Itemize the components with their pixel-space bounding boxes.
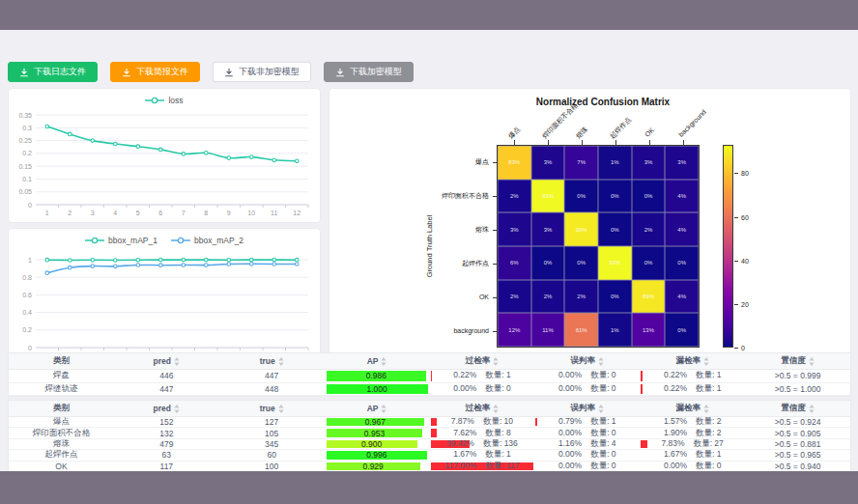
rate-count: 数量: 0 — [590, 428, 615, 438]
rate-text: 0.22%数量: 1 — [453, 370, 511, 381]
heatmap-cell: 93% — [598, 246, 632, 280]
sort-icon[interactable] — [809, 405, 815, 413]
colorbar-tick-label: 0 — [741, 345, 745, 351]
top-frame-band — [0, 0, 858, 30]
legend-item-bbox_mAP_2[interactable]: bbox_mAP_2 — [171, 236, 243, 245]
sort-icon[interactable] — [174, 405, 180, 413]
column-header-label: 类别 — [53, 403, 70, 414]
cell-class: 焊盘 — [9, 370, 114, 383]
sort-icon[interactable] — [278, 405, 284, 413]
sort-icon[interactable] — [278, 357, 284, 366]
column-header-AP[interactable]: AP — [325, 353, 430, 370]
column-header-label: true — [260, 356, 275, 366]
heatmap-grid: 83%3%7%1%3%3%2%93%0%0%0%4%3%3%90%0%2%4%6… — [497, 145, 700, 348]
colorbar-tick-label: 40 — [741, 258, 749, 265]
heatmap-cell: 1% — [598, 313, 632, 347]
heatmap-cell: 0% — [632, 180, 666, 213]
cell-pred: 132 — [114, 428, 219, 438]
cell-miss-rate: 7.83%数量: 27 — [640, 439, 745, 450]
sort-icon[interactable] — [598, 405, 604, 413]
sort-icon[interactable] — [174, 357, 180, 366]
page-content: 下载日志文件下载简报文件下载非加密模型下载加密模型 loss00.050.10.… — [0, 30, 858, 471]
column-header-误判率[interactable]: 误判率 — [534, 401, 640, 417]
rate-value: 0.00% — [453, 383, 476, 395]
rate-bar — [641, 440, 647, 448]
sort-icon[interactable] — [703, 405, 709, 413]
heatmap-cell: 0% — [598, 212, 632, 246]
sort-icon[interactable] — [703, 357, 709, 366]
cm-tick-mark — [615, 140, 616, 145]
sort-icon[interactable] — [493, 405, 499, 413]
column-header-AP[interactable]: AP — [325, 401, 430, 417]
cell-misjudge-rate: 0.79%数量: 1 — [534, 417, 640, 428]
download-button-success[interactable]: 下载日志文件 — [8, 62, 98, 82]
column-header-置信度[interactable]: 置信度 — [745, 401, 850, 417]
cell-over-rate: 0.00%数量: 0 — [430, 383, 535, 397]
rate-count: 数量: 1 — [696, 383, 721, 395]
heatmap-cell: 83% — [498, 146, 531, 180]
bottom-frame-band — [0, 471, 858, 504]
sort-icon[interactable] — [381, 357, 386, 366]
column-header-漏检率[interactable]: 漏检率 — [640, 353, 745, 370]
rate-bar — [641, 371, 643, 381]
column-header-label: 类别 — [53, 355, 70, 367]
cell-confidence: >0.5 = 1.000 — [745, 383, 850, 397]
cell-pred: 63 — [114, 450, 219, 461]
sort-icon[interactable] — [809, 357, 815, 366]
heatmap-cell: 90% — [564, 212, 598, 246]
column-header-误判率[interactable]: 误判率 — [534, 353, 640, 370]
column-header-label: AP — [367, 356, 379, 366]
heatmap-cell: 7% — [564, 146, 598, 180]
column-header-label: 漏检率 — [675, 355, 701, 367]
cm-row-label: 起焊作点 — [402, 246, 489, 280]
rate-count: 数量: 2 — [696, 428, 721, 438]
cm-tick-mark — [683, 140, 684, 145]
cm-tick-mark — [493, 196, 497, 197]
sort-icon[interactable] — [493, 357, 499, 366]
column-header-过检率[interactable]: 过检率 — [430, 353, 535, 370]
cm-col-label: OK — [644, 126, 655, 138]
heatmap-cell: 1% — [598, 146, 632, 180]
column-header-true[interactable]: true — [219, 353, 325, 370]
download-icon — [224, 68, 234, 77]
colorbar — [723, 145, 733, 348]
table-row: 爆点1521270.9677.87%数量: 100.79%数量: 11.57%数… — [9, 417, 850, 428]
cell-confidence: >0.5 = 0.999 — [745, 370, 850, 383]
heatmap-cell: 0% — [632, 246, 666, 280]
cell-confidence: >0.5 = 0.924 — [745, 417, 850, 428]
svg-text:0.05: 0.05 — [18, 188, 32, 195]
heatmap-cell: 0% — [564, 180, 598, 213]
sort-icon[interactable] — [381, 405, 386, 413]
svg-text:4: 4 — [113, 210, 117, 216]
column-header-过检率[interactable]: 过检率 — [430, 401, 535, 417]
column-header-漏检率[interactable]: 漏检率 — [640, 401, 745, 417]
cell-miss-rate: 1.57%数量: 2 — [640, 417, 745, 428]
column-header-true[interactable]: true — [219, 401, 325, 417]
download-button-default[interactable]: 下载非加密模型 — [213, 62, 311, 82]
legend-label: loss — [168, 96, 183, 105]
cm-row-label: 焊印面积不合格 — [402, 179, 489, 212]
ap-bar: 0.996 — [327, 451, 427, 459]
cell-class: 焊缝轨迹 — [9, 383, 114, 397]
heatmap-cell: 2% — [564, 280, 598, 314]
legend-item-bbox_mAP_1[interactable]: bbox_mAP_1 — [85, 236, 157, 245]
bbox_map-legend: bbox_mAP_1bbox_mAP_2 — [9, 229, 320, 252]
colorbar-tick-label: 60 — [741, 214, 749, 221]
rate-value: 1.67% — [664, 450, 687, 461]
download-button-label: 下载简报文件 — [136, 66, 188, 78]
legend-item-loss[interactable]: loss — [145, 96, 183, 105]
column-header-pred[interactable]: pred — [114, 353, 219, 370]
cell-over-rate: 1.67%数量: 1 — [430, 450, 535, 461]
sort-icon[interactable] — [598, 357, 604, 366]
column-header-pred[interactable]: pred — [114, 401, 219, 417]
heatmap-cell: 3% — [665, 146, 699, 180]
cell-true: 447 — [219, 370, 325, 383]
cm-col-label: 爆点 — [505, 125, 522, 141]
legend-line-icon — [145, 96, 164, 105]
download-button-disabled[interactable]: 下载加密模型 — [324, 62, 414, 82]
cell-pred: 479 — [114, 439, 219, 450]
column-header-置信度[interactable]: 置信度 — [745, 353, 850, 370]
download-button-warning[interactable]: 下载简报文件 — [110, 62, 200, 82]
heatmap-cell: 61% — [564, 313, 598, 347]
rate-count: 数量: 0 — [485, 383, 510, 395]
